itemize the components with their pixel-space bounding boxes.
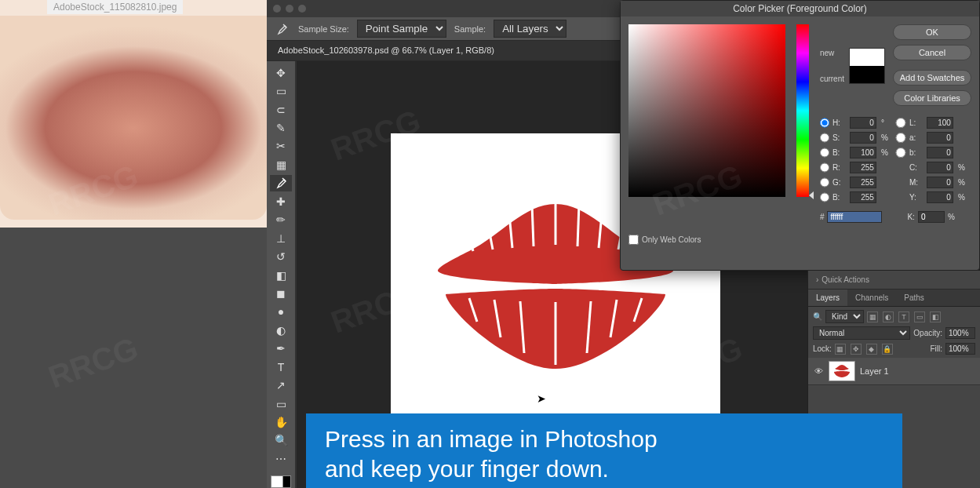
eraser-tool-icon[interactable]: ◧ <box>270 267 292 283</box>
visibility-eye-icon[interactable]: 👁 <box>813 366 824 376</box>
fill-input[interactable] <box>945 343 975 355</box>
bv-input[interactable] <box>850 147 876 158</box>
tab-channels[interactable]: Channels <box>847 290 896 306</box>
pen-tool-icon[interactable]: ✒ <box>270 341 292 357</box>
g-input[interactable] <box>850 177 876 188</box>
eyedropper-tool-icon[interactable] <box>270 175 292 191</box>
r-input[interactable] <box>850 162 876 173</box>
tab-layers[interactable]: Layers <box>808 290 847 306</box>
history-brush-tool-icon[interactable]: ↺ <box>270 248 292 264</box>
lock-artboard-icon[interactable]: ◆ <box>866 344 877 355</box>
gradient-tool-icon[interactable]: ◼ <box>270 285 292 301</box>
l-input[interactable] <box>927 117 953 129</box>
ok-button[interactable]: OK <box>893 24 971 40</box>
h-radio[interactable] <box>820 118 829 128</box>
m-input[interactable] <box>927 177 953 188</box>
cancel-button[interactable]: Cancel <box>893 45 971 60</box>
instruction-line1: Press in an image in Photoshop <box>325 424 883 454</box>
color-libraries-button[interactable]: Color Libraries <box>893 90 971 106</box>
hue-slider[interactable] <box>796 24 809 197</box>
move-tool-icon[interactable]: ✥ <box>270 64 292 81</box>
window-controls[interactable] <box>273 5 306 13</box>
h-input[interactable] <box>850 117 876 129</box>
layer-name[interactable]: Layer 1 <box>860 366 889 376</box>
lock-all-icon[interactable]: 🔒 <box>882 344 893 355</box>
lock-label: Lock: <box>813 344 832 353</box>
color-preview <box>849 48 885 84</box>
new-color-swatch <box>850 49 884 66</box>
color-picker-dialog: Color Picker (Foreground Color) new curr… <box>620 0 980 271</box>
fill-label: Fill: <box>930 344 942 353</box>
zoom-tool-icon[interactable]: 🔍 <box>270 432 292 449</box>
more-tools-icon[interactable]: ⋯ <box>270 450 292 467</box>
y-input[interactable] <box>927 191 953 203</box>
foreground-swatch[interactable] <box>271 475 283 488</box>
healing-tool-icon[interactable]: ✚ <box>270 193 292 209</box>
layer-thumbnail[interactable] <box>829 361 855 381</box>
b-input[interactable] <box>850 191 876 203</box>
color-swatch[interactable] <box>271 475 291 488</box>
lock-pixels-icon[interactable]: ▦ <box>835 344 846 355</box>
hue-slider-thumb[interactable] <box>809 191 814 199</box>
layer-list: 👁 Layer 1 <box>808 358 980 385</box>
bl-input[interactable] <box>927 147 953 158</box>
zoom-dot[interactable] <box>298 5 306 13</box>
lock-position-icon[interactable]: ✥ <box>851 344 862 355</box>
hand-tool-icon[interactable]: ✋ <box>270 413 292 430</box>
web-colors-checkbox[interactable] <box>628 235 639 245</box>
quickselect-tool-icon[interactable]: ✎ <box>270 119 292 136</box>
dodge-tool-icon[interactable]: ◐ <box>270 322 292 338</box>
blend-mode-select[interactable]: Normal <box>813 326 910 340</box>
g-radio[interactable] <box>820 177 829 188</box>
marquee-tool-icon[interactable]: ▭ <box>270 82 292 99</box>
chevron-right-icon[interactable]: › <box>816 275 818 284</box>
type-tool-icon[interactable]: T <box>270 359 292 375</box>
opacity-label: Opacity: <box>913 329 942 337</box>
crop-tool-icon[interactable]: ✂ <box>270 138 292 155</box>
filter-shape-icon[interactable]: ▭ <box>914 311 925 322</box>
r-radio[interactable] <box>820 162 829 173</box>
blur-tool-icon[interactable]: ● <box>270 304 292 320</box>
l-radio[interactable] <box>895 118 906 128</box>
tool-preset-icon[interactable] <box>273 20 290 38</box>
layer-row[interactable]: 👁 Layer 1 <box>808 358 980 385</box>
current-color-swatch <box>850 66 884 83</box>
bl-radio[interactable] <box>895 147 906 158</box>
c-input[interactable] <box>927 162 953 173</box>
k-input[interactable] <box>918 211 945 223</box>
saturation-box[interactable] <box>628 24 785 197</box>
b-radio[interactable] <box>820 192 829 202</box>
instruction-line2: and keep your finger down. <box>325 454 883 484</box>
sample-select[interactable]: All Layers <box>494 20 567 38</box>
minimize-dot[interactable] <box>286 5 293 13</box>
web-colors-label: Only Web Colors <box>642 235 701 244</box>
new-label: new <box>820 49 844 57</box>
tab-paths[interactable]: Paths <box>896 290 932 306</box>
filter-smart-icon[interactable]: ◧ <box>930 311 941 322</box>
sample-size-select[interactable]: Point Sample <box>357 20 446 38</box>
a-input[interactable] <box>927 132 953 144</box>
stamp-tool-icon[interactable]: ⊥ <box>270 230 292 246</box>
shape-tool-icon[interactable]: ▭ <box>270 395 292 412</box>
frame-tool-icon[interactable]: ▦ <box>270 156 292 173</box>
a-radio[interactable] <box>895 133 906 143</box>
panel-tabs: Layers Channels Paths <box>808 290 980 307</box>
close-dot[interactable] <box>273 5 281 13</box>
filter-pixel-icon[interactable]: ▦ <box>867 311 878 322</box>
add-swatches-button[interactable]: Add to Swatches <box>893 70 971 86</box>
filter-type-icon[interactable]: T <box>898 311 909 322</box>
hex-input[interactable] <box>827 211 882 223</box>
filter-adjust-icon[interactable]: ◐ <box>883 311 894 322</box>
s-radio[interactable] <box>820 133 829 143</box>
brush-tool-icon[interactable]: ✏ <box>270 212 292 228</box>
reference-window: AdobeStock_115082810.jpeg <box>0 0 267 235</box>
lasso-tool-icon[interactable]: ⊂ <box>270 101 292 118</box>
s-input[interactable] <box>850 132 876 144</box>
svg-line-3 <box>532 204 534 246</box>
bv-radio[interactable] <box>820 147 829 158</box>
opacity-input[interactable] <box>945 327 975 339</box>
quick-actions-label[interactable]: Quick Actions <box>822 275 869 284</box>
path-tool-icon[interactable]: ↗ <box>270 377 292 393</box>
reference-tab: AdobeStock_115082810.jpeg <box>47 0 183 14</box>
filter-kind-select[interactable]: Kind <box>825 310 864 323</box>
